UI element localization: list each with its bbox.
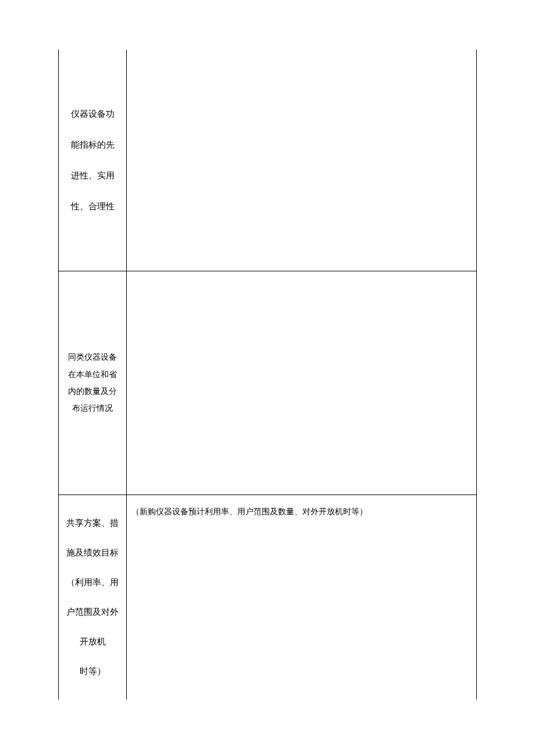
label-line: 内的数量及分 [68,383,117,400]
table-row: 仪器设备功 能指标的先 进性、实用 性、合理性 [58,49,477,271]
form-table: 仪器设备功 能指标的先 进性、实用 性、合理性 同类仪器设备 在本单位和省 内的… [58,49,477,700]
label-line: （利用率、用 [66,576,119,589]
label-block: 仪器设备功 能指标的先 进性、实用 性、合理性 [71,108,115,213]
row-label-cell: 共享方案、措 施及绩效目标 （利用率、用 户范围及对外 开放机 时等） [58,495,127,700]
label-line: 施及绩效目标 [66,547,119,559]
label-line: 性、合理性 [71,200,115,213]
label-block: 同类仪器设备 在本单位和省 内的数量及分 布运行情况 [68,349,117,417]
label-line: 进性、实用 [71,170,115,182]
content-text: （新购仪器设备预计利用率、用户范围及数量、对外开放机时等） [131,507,368,516]
row-label-cell: 仪器设备功 能指标的先 进性、实用 性、合理性 [58,49,127,271]
label-line: 共享方案、措 [66,517,119,529]
row-content-cell [127,271,477,495]
label-line: 能指标的先 [71,139,115,151]
label-line: 仪器设备功 [71,108,115,120]
table-row: 共享方案、措 施及绩效目标 （利用率、用 户范围及对外 开放机 时等） （新购仪… [58,495,477,700]
label-block: 共享方案、措 施及绩效目标 （利用率、用 户范围及对外 开放机 时等） [66,517,119,678]
label-line: 开放机 [80,636,106,648]
row-label-cell: 同类仪器设备 在本单位和省 内的数量及分 布运行情况 [58,271,127,495]
label-line: 在本单位和省 [68,366,117,383]
row-content-cell: （新购仪器设备预计利用率、用户范围及数量、对外开放机时等） [127,495,477,700]
label-line: 布运行情况 [72,400,113,417]
table-row: 同类仪器设备 在本单位和省 内的数量及分 布运行情况 [58,271,477,495]
label-line: 同类仪器设备 [68,349,117,366]
label-line: 时等） [80,665,106,678]
label-line: 户范围及对外 [66,606,119,618]
row-content-cell [127,49,477,271]
